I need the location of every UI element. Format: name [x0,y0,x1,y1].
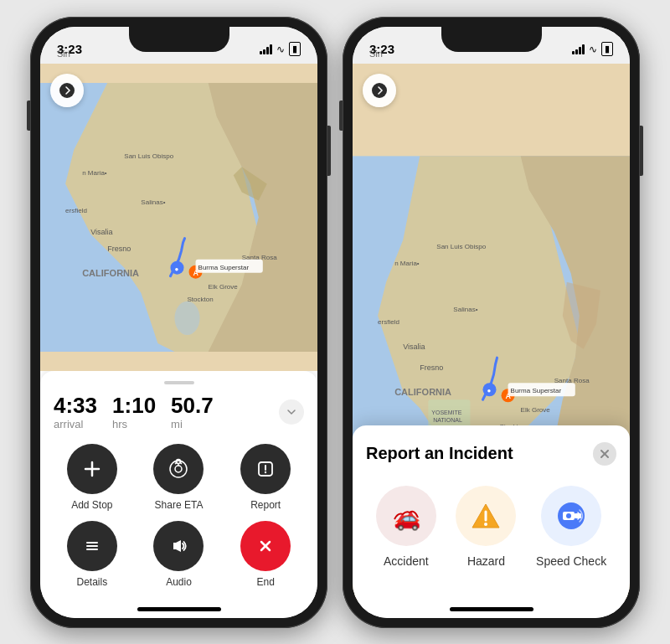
hazard-option[interactable]: Hazard [456,486,516,568]
add-stop-button[interactable]: Add Stop [54,444,131,511]
svg-text:Visalia: Visalia [403,343,425,351]
report-icon-circle [240,444,291,494]
home-indicator-1 [137,607,221,611]
details-icon-circle [67,521,117,571]
status-bar-2: 3:23 Siri ∿ ▮ [353,27,630,64]
phone-1: 3:23 Siri ∿ ▮ [30,17,327,628]
incident-close-button[interactable] [593,442,616,466]
phone-1-screen: 3:23 Siri ∿ ▮ [40,27,317,618]
svg-text:ersfield: ersfield [378,317,399,325]
report-label: Report [250,499,281,511]
notch-2 [441,27,542,52]
expand-button[interactable] [279,399,304,425]
svg-text:San Luis Obispo: San Luis Obispo [124,152,173,160]
svg-text:YOSEMITE: YOSEMITE [431,410,462,415]
audio-label: Audio [166,576,192,588]
arrival-label: arrival [54,418,97,430]
hrs-value: 1:10 [112,394,156,416]
svg-text:NATIONAL: NATIONAL [433,417,462,423]
svg-point-66 [372,83,387,98]
route-info: 4:33 arrival 1:10 hrs 50.7 mi [54,394,304,430]
wifi-icon-1: ∿ [276,44,285,55]
audio-button[interactable]: Audio [141,521,218,588]
svg-text:●: ● [487,387,491,394]
hazard-icon-circle [456,486,516,546]
svg-text:🚗: 🚗 [394,505,421,532]
arrival-stat: 4:33 arrival [54,394,97,430]
svg-text:Elk Grove: Elk Grove [521,406,551,414]
svg-marker-34 [173,543,176,549]
svg-text:●: ● [174,265,178,272]
accident-label: Accident [384,554,429,568]
details-label: Details [76,576,107,588]
svg-text:n Maria•: n Maria• [82,169,107,177]
map-2[interactable]: YOSEMITE NATIONAL PARK Visalia Fresno CA… [353,64,630,601]
end-label: End [256,576,274,588]
svg-text:Visalia: Visalia [90,227,113,235]
svg-text:Elk Grove: Elk Grove [209,282,239,290]
map-1[interactable]: Visalia Fresno CALIFORNIA n Maria• San L… [40,64,317,371]
svg-text:Burma Superstar: Burma Superstar [198,263,250,270]
miles-value: 50.7 [171,394,214,416]
svg-point-30 [265,471,266,472]
home-bar-2 [353,601,630,618]
hrs-label: hrs [112,418,156,430]
add-stop-icon-circle [67,444,117,494]
wifi-icon-2: ∿ [589,44,597,55]
svg-text:San Luis Obispo: San Luis Obispo [436,242,486,250]
svg-point-25 [175,466,182,472]
phone-2-screen: 3:23 Siri ∿ ▮ [353,27,630,618]
svg-text:Fresno: Fresno [420,363,443,372]
battery-icon-1: ▮ [289,42,301,56]
hrs-stat: 1:10 hrs [112,394,156,430]
report-button[interactable]: Report [227,444,304,511]
svg-text:Stockton: Stockton [188,295,214,302]
accident-icon-circle: 🚗 [376,486,436,546]
home-indicator-2 [450,607,533,611]
status-bar-1: 3:23 Siri ∿ ▮ [40,27,317,64]
speed-check-icon-circle [541,486,601,546]
add-stop-label: Add Stop [71,499,112,511]
svg-text:Fresno: Fresno [107,244,131,252]
svg-text:Burma Superstar: Burma Superstar [511,387,562,394]
end-button[interactable]: End [227,521,304,588]
end-icon-circle [240,521,291,571]
details-button[interactable]: Details [54,521,131,588]
arrival-value: 4:33 [54,394,97,416]
bottom-panel-1: 4:33 arrival 1:10 hrs 50.7 mi [40,371,317,601]
siri-label-1: Siri [57,49,70,59]
accident-option[interactable]: 🚗 Accident [376,486,436,568]
svg-point-4 [174,301,199,334]
signal-icon-1 [260,44,272,54]
share-eta-label: Share ETA [155,499,204,511]
miles-label: mi [171,418,214,430]
phone-2: 3:23 Siri ∿ ▮ [343,17,640,628]
incident-title: Report an Incident [366,444,513,463]
svg-text:CALIFORNIA: CALIFORNIA [394,387,451,397]
svg-text:CALIFORNIA: CALIFORNIA [82,267,139,277]
siri-label-2: Siri [369,49,383,59]
svg-text:Salinas•: Salinas• [141,198,165,206]
incident-header: Report an Incident [366,442,616,466]
back-button-1[interactable] [50,74,84,107]
share-eta-button[interactable]: Share ETA [141,444,218,511]
svg-text:Salinas•: Salinas• [453,305,477,312]
share-eta-icon-circle [153,444,204,494]
battery-icon-2: ▮ [601,42,613,56]
action-buttons: Add Stop [54,444,304,588]
status-icons-2: ∿ ▮ [572,42,613,56]
audio-icon-circle [153,521,204,571]
svg-point-21 [59,83,75,98]
incident-modal: Report an Incident [353,425,630,601]
panel-handle-1 [164,381,194,384]
speed-check-option[interactable]: Speed Check [536,486,606,568]
back-button-2[interactable] [363,74,396,107]
svg-text:n Maria•: n Maria• [394,259,420,266]
notch-1 [129,27,229,52]
speed-check-label: Speed Check [536,554,606,568]
status-icons-1: ∿ ▮ [260,42,301,56]
svg-point-78 [566,513,571,518]
home-bar-1 [40,601,317,618]
hazard-label: Hazard [467,554,505,568]
svg-text:ersfield: ersfield [65,207,87,214]
